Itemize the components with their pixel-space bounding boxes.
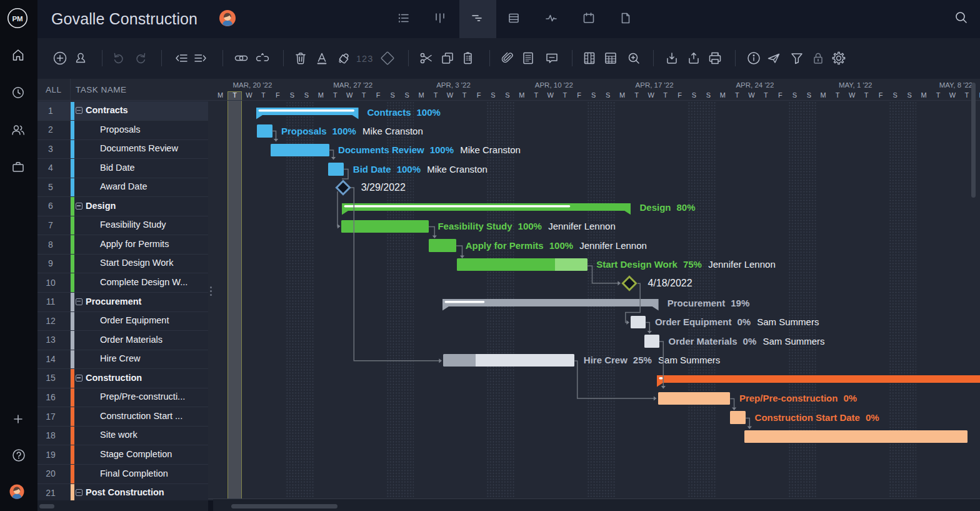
- svg-text:PM: PM: [12, 15, 22, 23]
